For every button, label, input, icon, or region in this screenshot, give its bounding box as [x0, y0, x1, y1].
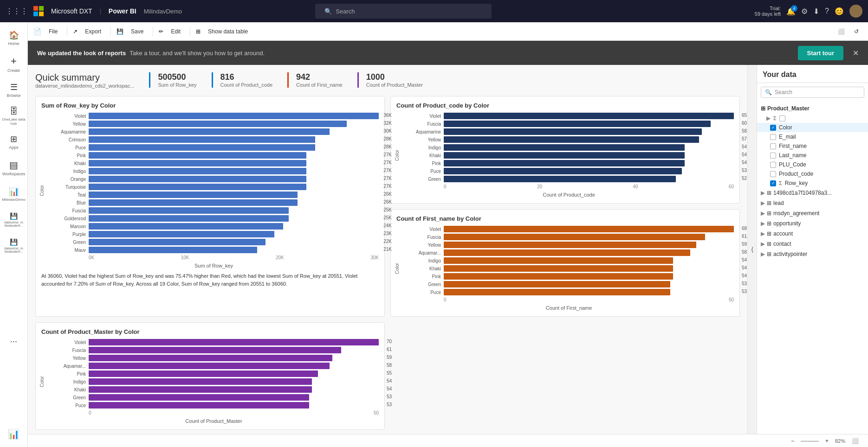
bar[interactable]: [444, 257, 673, 264]
bar[interactable]: [89, 394, 309, 401]
sidebar-item-create[interactable]: + Create: [2, 52, 26, 76]
sidebar-item-dataverse1[interactable]: 💾 dataverse_m ilindavdem...: [2, 208, 26, 232]
bar[interactable]: [89, 199, 298, 206]
sidebar-item-apps[interactable]: ⊞ Apps: [2, 130, 26, 154]
checkbox-firstname[interactable]: [770, 143, 776, 149]
global-search-bar[interactable]: 🔍 Search: [315, 4, 492, 19]
bar[interactable]: [89, 339, 379, 345]
checkbox-lastname[interactable]: [770, 153, 776, 159]
tree-table-msdyn[interactable]: ▶ ⊞ msdyn_agreement: [757, 208, 868, 218]
bar[interactable]: [89, 231, 274, 237]
bar[interactable]: [89, 207, 289, 214]
bar[interactable]: [89, 355, 332, 361]
tree-table-opportunity[interactable]: ▶ ⊞ opportunity: [757, 218, 868, 229]
bar[interactable]: [444, 265, 673, 272]
tree-table-id[interactable]: ▶ ⊞ 1498cd1a7f104978a3...: [757, 188, 868, 198]
bar[interactable]: [444, 160, 685, 166]
tree-child-plu[interactable]: PLU_Code: [757, 160, 868, 169]
bar[interactable]: [444, 152, 685, 159]
tree-child-lastname[interactable]: Last_name: [757, 151, 868, 160]
bar[interactable]: [444, 226, 734, 232]
edit-button[interactable]: Edit: [167, 26, 184, 37]
bar[interactable]: [444, 121, 711, 127]
bar[interactable]: [444, 249, 690, 256]
bar[interactable]: [89, 239, 266, 245]
checkbox-count[interactable]: [779, 115, 785, 121]
bar[interactable]: [89, 223, 283, 230]
zoom-slider[interactable]: ─────: [801, 438, 819, 444]
bar[interactable]: [444, 136, 699, 143]
filters-toggle-button[interactable]: ⟨: [747, 65, 757, 434]
bar[interactable]: [89, 176, 306, 182]
checkbox-color[interactable]: ✓: [770, 125, 776, 131]
fit-page-button[interactable]: ⬜: [848, 436, 862, 446]
bar[interactable]: [444, 144, 685, 151]
download-icon[interactable]: ⬇: [813, 7, 819, 16]
account-icon[interactable]: 😊: [835, 7, 844, 16]
bar[interactable]: [444, 289, 670, 295]
bar[interactable]: [444, 281, 670, 287]
bar[interactable]: [89, 152, 306, 159]
tree-child-email[interactable]: E_mail: [757, 132, 868, 141]
checkbox-row-key[interactable]: ✓: [770, 180, 776, 186]
bar[interactable]: [89, 136, 315, 143]
export-button[interactable]: Export: [81, 26, 105, 37]
notifications-button[interactable]: 🔔 4: [786, 7, 796, 16]
expand-button[interactable]: ⬜: [834, 26, 849, 37]
tree-table-account[interactable]: ▶ ⊞ account: [757, 229, 868, 239]
bar[interactable]: [89, 247, 257, 253]
bar[interactable]: [444, 273, 673, 280]
sidebar-item-more[interactable]: ···: [2, 329, 26, 353]
bar[interactable]: [89, 215, 289, 222]
sidebar-item-dataverse2[interactable]: 💾 dataverse_m ilindavdem...: [2, 234, 26, 258]
bar[interactable]: [89, 363, 330, 369]
bar[interactable]: [89, 168, 306, 174]
bar[interactable]: [89, 402, 309, 409]
bar[interactable]: [89, 144, 315, 151]
bar[interactable]: [444, 176, 676, 182]
tree-product-master[interactable]: ⊞ Product_Master: [757, 103, 868, 114]
sidebar-item-onelake[interactable]: 🗄 OneLake data hub: [2, 104, 26, 128]
bar[interactable]: [89, 370, 318, 377]
sidebar-item-workspaces[interactable]: ▤ Workspaces: [2, 156, 26, 180]
start-tour-button[interactable]: Start tour: [798, 46, 844, 60]
checkbox-plu[interactable]: [770, 162, 776, 168]
bar[interactable]: [89, 386, 312, 393]
bar[interactable]: [89, 121, 347, 127]
tree-table-activitypointer[interactable]: ▶ ⊞ activitypointer: [757, 249, 868, 259]
bar[interactable]: [444, 168, 682, 174]
checkbox-email[interactable]: [770, 134, 776, 140]
tree-table-contact[interactable]: ▶ ⊞ contact: [757, 239, 868, 249]
apps-grid-icon[interactable]: ⋮⋮⋮: [6, 7, 28, 16]
sidebar-item-milindav[interactable]: 📊 MilindavDemo: [2, 182, 26, 206]
sidebar-item-browse[interactable]: ☰ Browse: [2, 78, 26, 102]
sidebar-item-home[interactable]: 🏠 Home: [2, 26, 26, 50]
tree-table-lead[interactable]: ▶ ⊞ lead: [757, 198, 868, 208]
file-button[interactable]: File: [45, 26, 61, 37]
bar[interactable]: [89, 184, 306, 190]
bar[interactable]: [89, 113, 379, 119]
zoom-in-button[interactable]: +: [822, 436, 832, 446]
bar[interactable]: [89, 192, 298, 198]
bar[interactable]: [89, 378, 312, 385]
zoom-out-button[interactable]: −: [787, 436, 798, 446]
tree-child-row-key[interactable]: ✓ Σ Row_key: [757, 179, 868, 188]
refresh-button[interactable]: ↺: [850, 26, 862, 37]
bar[interactable]: [444, 234, 705, 240]
tree-child-firstname[interactable]: First_name: [757, 141, 868, 151]
save-button[interactable]: Save: [127, 26, 147, 37]
bar[interactable]: [444, 128, 702, 135]
filters-search-box[interactable]: 🔍 Search: [761, 87, 864, 98]
bar[interactable]: [89, 128, 330, 135]
settings-icon[interactable]: ⚙: [801, 7, 808, 16]
help-icon[interactable]: ?: [825, 7, 829, 15]
show-data-table-button[interactable]: Show data table: [204, 26, 252, 37]
bar[interactable]: [444, 242, 696, 248]
avatar[interactable]: [849, 5, 862, 18]
tree-child-color[interactable]: ✓ Color: [757, 123, 868, 132]
tree-child-count-rows[interactable]: ▶ Σ: [757, 114, 868, 123]
banner-close-icon[interactable]: ✕: [853, 49, 859, 57]
tree-child-product-code[interactable]: Product_code: [757, 169, 868, 179]
bar[interactable]: [444, 113, 734, 119]
bar[interactable]: [89, 160, 306, 166]
